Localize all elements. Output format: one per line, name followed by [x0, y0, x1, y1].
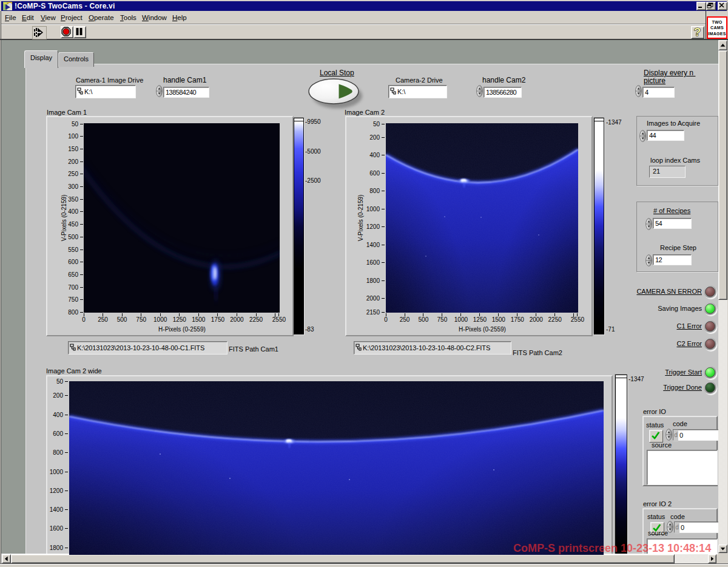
- svg-text:?: ?: [694, 27, 701, 37]
